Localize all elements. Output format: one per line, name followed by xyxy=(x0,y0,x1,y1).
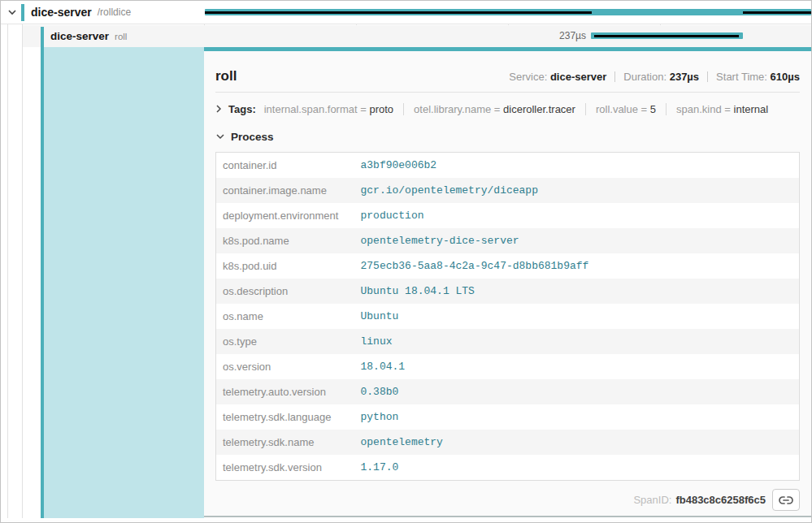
process-table-row: telemetry.auto.version0.38b0 xyxy=(216,379,800,404)
deep-link-button[interactable] xyxy=(772,489,800,511)
process-value: 0.38b0 xyxy=(354,379,800,404)
process-table-row: container.ida3bf90e006b2 xyxy=(216,153,800,179)
process-key: telemetry.sdk.language xyxy=(216,404,354,430)
operation-name: /rolldice xyxy=(98,6,131,18)
process-value: Ubuntu xyxy=(354,304,800,329)
span-name-cell[interactable]: dice-server roll xyxy=(1,25,204,47)
trace-detail-view: dice-server /rolldice dice-server roll 2… xyxy=(0,0,812,523)
process-table-row: k8s.pod.uid275ecb36-5aa8-4c2a-9c47-d8bb6… xyxy=(216,253,800,279)
collapse-children-button[interactable] xyxy=(7,6,18,18)
process-toggle-row[interactable]: Process xyxy=(215,128,800,145)
process-value: opentelemetry xyxy=(354,430,800,455)
critical-path-segment xyxy=(594,35,739,37)
spanid-label: SpanID: xyxy=(633,494,671,506)
span-meta: Service: dice-serverDuration: 237µsStart… xyxy=(509,71,800,83)
span-bar-rolldice[interactable] xyxy=(205,9,811,15)
indent-guide-line xyxy=(22,24,23,518)
span-row-rolldice[interactable]: dice-server /rolldice xyxy=(1,1,811,24)
process-key: os.type xyxy=(216,329,354,354)
process-value: gcr.io/opentelemetry/diceapp xyxy=(354,178,800,203)
span-duration-label: 237µs xyxy=(204,30,586,41)
selected-span-highlight xyxy=(44,47,204,518)
start-time-value: 610µs xyxy=(771,71,800,83)
process-key: os.description xyxy=(216,279,354,304)
process-key: os.version xyxy=(216,354,354,379)
header-divider xyxy=(215,92,800,93)
span-detail-footer: SpanID: fb483c8c6258f6c5 xyxy=(215,489,800,511)
link-icon xyxy=(779,495,793,505)
process-table-row: telemetry.sdk.version1.17.0 xyxy=(216,455,800,481)
tag-summary-item: internal.span.format = proto xyxy=(264,103,403,115)
process-table-row: telemetry.sdk.languagepython xyxy=(216,404,800,430)
process-value: 275ecb36-5aa8-4c2a-9c47-d8bb681b9aff xyxy=(354,253,800,279)
process-key: os.name xyxy=(216,304,354,329)
span-timeline-cell[interactable]: 237µs xyxy=(204,25,811,47)
span-detail-panel: roll Service: dice-serverDuration: 237µs… xyxy=(204,47,811,521)
chevron-down-icon xyxy=(7,9,17,15)
span-detail-body: roll Service: dice-serverDuration: 237µs… xyxy=(204,51,811,517)
process-key: telemetry.auto.version xyxy=(216,379,354,404)
span-operation-title: roll xyxy=(215,68,237,84)
tag-summary-item: span.kind = internal xyxy=(666,103,778,115)
critical-path-segment xyxy=(743,11,811,14)
process-value: 18.04.1 xyxy=(354,354,800,379)
process-key: k8s.pod.name xyxy=(216,228,354,253)
tags-toggle-row[interactable]: Tags: internal.span.format = protootel.l… xyxy=(215,100,800,118)
span-bar-roll[interactable] xyxy=(591,32,743,39)
process-table-row: os.typelinux xyxy=(216,329,800,354)
service-label: Service: xyxy=(509,71,547,83)
process-key: telemetry.sdk.name xyxy=(216,430,354,455)
process-table-row: os.descriptionUbuntu 18.04.1 LTS xyxy=(216,279,800,304)
operation-name: roll xyxy=(115,32,127,41)
process-table-row: telemetry.sdk.nameopentelemetry xyxy=(216,430,800,455)
tags-summary: internal.span.format = protootel.library… xyxy=(264,103,778,115)
start-time-label: Start Time: xyxy=(716,71,767,83)
duration-label: Duration: xyxy=(623,71,667,83)
process-key: k8s.pod.uid xyxy=(216,253,354,279)
process-key: container.image.name xyxy=(216,178,354,203)
span-detail-header: roll Service: dice-serverDuration: 237µs… xyxy=(215,51,800,84)
meta-separator xyxy=(707,71,708,82)
process-table-row: deployment.environmentproduction xyxy=(216,203,800,228)
selected-span-left-region xyxy=(1,47,204,518)
chevron-down-icon xyxy=(215,133,225,140)
span-timeline-cell[interactable] xyxy=(204,1,811,24)
process-value: 1.17.0 xyxy=(354,455,800,481)
process-table-row: os.nameUbuntu xyxy=(216,304,800,329)
critical-path-segment xyxy=(205,11,592,14)
service-value: dice-server xyxy=(550,71,606,83)
process-table-row: container.image.namegcr.io/opentelemetry… xyxy=(216,178,800,203)
chevron-right-icon xyxy=(215,104,222,114)
process-value: linux xyxy=(354,329,800,354)
process-key: telemetry.sdk.version xyxy=(216,455,354,481)
span-name-cell[interactable]: dice-server /rolldice xyxy=(1,1,204,24)
process-key-value-table: container.ida3bf90e006b2container.image.… xyxy=(215,152,800,481)
process-table-row: k8s.pod.nameopentelemetry-dice-server xyxy=(216,228,800,253)
service-name: dice-server xyxy=(50,30,109,42)
service-name: dice-server xyxy=(31,6,92,19)
process-value: production xyxy=(354,203,800,228)
span-accent-bar xyxy=(41,28,44,518)
meta-separator xyxy=(614,71,615,82)
service-color-bar xyxy=(21,4,24,21)
process-key: container.id xyxy=(216,153,354,179)
process-key: deployment.environment xyxy=(216,203,354,228)
process-label: Process xyxy=(231,131,274,143)
tags-label: Tags: xyxy=(228,103,256,115)
span-row-roll[interactable]: dice-server roll 237µs xyxy=(1,25,811,47)
process-table-row: os.version18.04.1 xyxy=(216,354,800,379)
indent-guide-line xyxy=(7,24,8,518)
process-value: Ubuntu 18.04.1 LTS xyxy=(354,279,800,304)
process-value: opentelemetry-dice-server xyxy=(354,228,800,253)
process-value: python xyxy=(354,404,800,430)
tag-summary-item: otel.library.name = diceroller.tracer xyxy=(403,103,585,115)
tag-summary-item: roll.value = 5 xyxy=(585,103,666,115)
process-value: a3bf90e006b2 xyxy=(354,153,800,179)
duration-value: 237µs xyxy=(670,71,699,83)
bottom-strip xyxy=(1,520,811,522)
spanid-value: fb483c8c6258f6c5 xyxy=(675,494,766,506)
